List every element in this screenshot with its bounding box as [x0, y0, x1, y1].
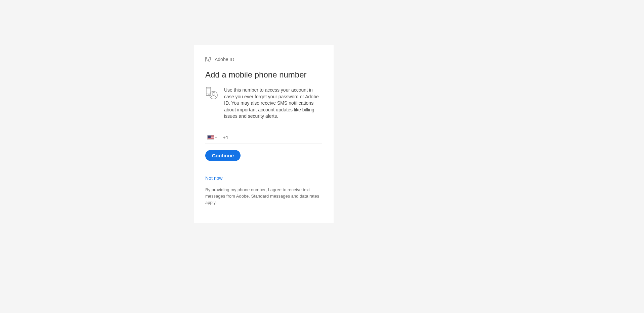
legal-text: By providing my phone number, I agree to… — [205, 187, 322, 206]
phone-input-row: +1 — [205, 132, 322, 144]
phone-number-card: Adobe ID Add a mobile phone number Use t… — [194, 45, 334, 223]
brand-row: Adobe ID — [205, 57, 322, 62]
phone-input[interactable] — [231, 134, 322, 141]
continue-button[interactable]: Continue — [205, 150, 241, 161]
not-now-link[interactable]: Not now — [205, 175, 222, 181]
country-code: +1 — [223, 135, 228, 140]
phone-user-icon — [205, 87, 218, 101]
page-title: Add a mobile phone number — [205, 70, 322, 80]
us-flag-icon — [207, 135, 214, 140]
svg-point-5 — [212, 93, 215, 96]
svg-point-3 — [208, 94, 209, 95]
brand-label: Adobe ID — [215, 57, 234, 62]
description-row: Use this number to access your account i… — [205, 87, 322, 120]
chevron-down-icon — [215, 135, 217, 140]
country-select[interactable] — [207, 135, 217, 140]
adobe-logo-icon — [205, 57, 211, 62]
description-text: Use this number to access your account i… — [224, 87, 322, 120]
